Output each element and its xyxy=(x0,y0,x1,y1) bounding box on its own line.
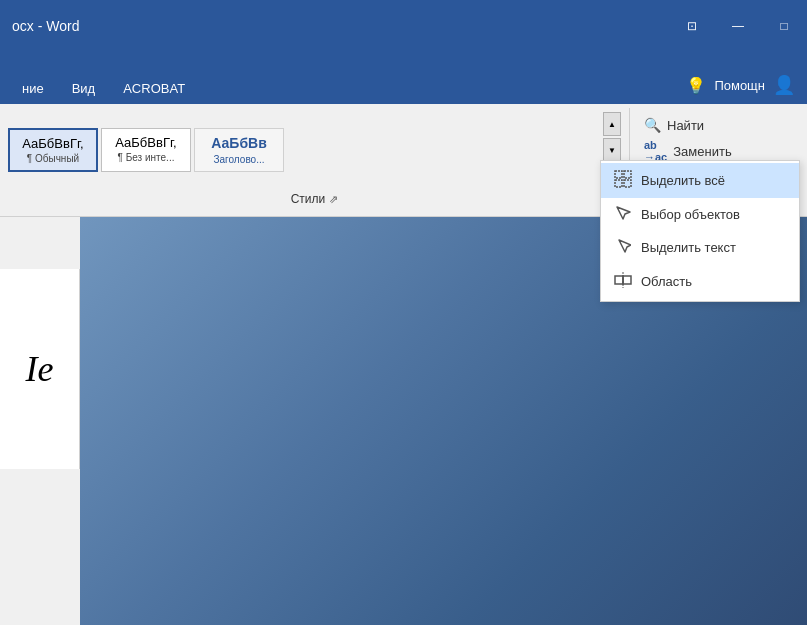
app-window: осх - Word ⊡ — □ ние Вид ACROBAT 💡 Помощ… xyxy=(0,0,807,625)
user-icon[interactable]: 👤 xyxy=(773,74,795,96)
style-item-no-spacing[interactable]: АаБбВвГг, ¶ Без инте... xyxy=(101,128,191,173)
tab-acrobat[interactable]: ACROBAT xyxy=(109,73,199,104)
dropdown-label-area-select: Область xyxy=(641,274,692,289)
area-select-icon xyxy=(613,271,633,292)
styles-dialog-icon[interactable]: ⇗ xyxy=(329,193,338,206)
styles-gallery: АаБбВвГг, ¶ Обычный АаБбВвГг, ¶ Без инте… xyxy=(8,112,621,188)
replace-label: Заменить xyxy=(673,144,731,159)
dropdown-label-select-text: Выделить текст xyxy=(641,240,736,255)
dropdown-item-area-select[interactable]: Область xyxy=(601,264,799,299)
edit-section: 🔍 Найти ab→ac Заменить ↖ Выделить ▼ xyxy=(630,108,800,212)
left-preview-panel: Ie xyxy=(0,269,80,469)
title-bar-controls: ⊡ — □ xyxy=(669,0,807,52)
dropdown-item-select-objects[interactable]: Выбор объектов xyxy=(601,198,799,231)
svg-rect-3 xyxy=(624,180,631,187)
help-icon: 💡 xyxy=(686,76,706,95)
help-label[interactable]: Помощн xyxy=(714,78,765,93)
style-label-normal: ¶ Обычный xyxy=(18,153,88,164)
select-text-icon xyxy=(613,238,633,257)
styles-scroll-down[interactable]: ▼ xyxy=(603,138,621,162)
svg-marker-4 xyxy=(617,207,630,219)
style-item-heading[interactable]: АаБбВв Заголово... xyxy=(194,128,284,173)
style-item-normal[interactable]: АаБбВвГг, ¶ Обычный xyxy=(8,128,98,173)
ribbon-tab-bar: ние Вид ACROBAT 💡 Помощн 👤 xyxy=(0,52,807,104)
svg-marker-5 xyxy=(619,240,631,252)
svg-rect-7 xyxy=(623,276,631,284)
minimize-button[interactable]: — xyxy=(715,0,761,52)
tab-nie[interactable]: ние xyxy=(8,73,58,104)
select-objects-icon xyxy=(613,205,633,224)
title-bar: осх - Word ⊡ — □ xyxy=(0,0,807,52)
svg-rect-6 xyxy=(615,276,623,284)
style-preview-normal: АаБбВвГг, xyxy=(18,136,88,152)
find-icon: 🔍 xyxy=(644,117,661,133)
svg-rect-1 xyxy=(624,171,631,178)
style-preview-no-spacing: АаБбВвГг, xyxy=(110,135,182,151)
style-label-heading: Заголово... xyxy=(203,154,275,165)
svg-rect-2 xyxy=(615,180,622,187)
find-button[interactable]: 🔍 Найти xyxy=(638,114,792,136)
styles-section-label: Стили ⇗ xyxy=(8,188,621,208)
maximize-button[interactable]: □ xyxy=(761,0,807,52)
dropdown-label-select-all: Выделить всё xyxy=(641,173,725,188)
style-label-no-spacing: ¶ Без инте... xyxy=(110,152,182,163)
ribbon-right-controls: 💡 Помощн 👤 xyxy=(686,74,807,104)
preview-text-ie: Ie xyxy=(26,351,54,387)
dropdown-item-select-text[interactable]: Выделить текст xyxy=(601,231,799,264)
styles-items: АаБбВвГг, ¶ Обычный АаБбВвГг, ¶ Без инте… xyxy=(8,128,597,173)
dropdown-item-select-all[interactable]: Выделить всё xyxy=(601,163,799,198)
svg-rect-0 xyxy=(615,171,622,178)
tab-vid[interactable]: Вид xyxy=(58,73,110,104)
styles-section: АаБбВвГг, ¶ Обычный АаБбВвГг, ¶ Без инте… xyxy=(0,108,630,212)
find-label: Найти xyxy=(667,118,704,133)
ribbon-content: АаБбВвГг, ¶ Обычный АаБбВвГг, ¶ Без инте… xyxy=(0,104,807,217)
style-preview-heading: АаБбВв xyxy=(203,135,275,152)
restore-button[interactable]: ⊡ xyxy=(669,0,715,52)
styles-scroll-up[interactable]: ▲ xyxy=(603,112,621,136)
select-dropdown-menu: Выделить всё Выбор объектов xyxy=(600,160,800,302)
select-all-icon xyxy=(613,170,633,191)
dropdown-label-select-objects: Выбор объектов xyxy=(641,207,740,222)
